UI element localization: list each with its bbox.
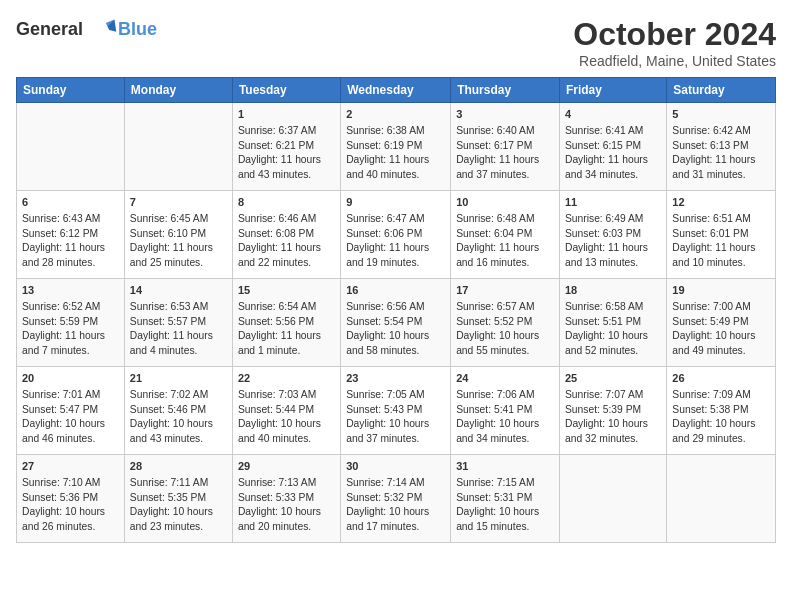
col-header-monday: Monday <box>124 78 232 103</box>
calendar-cell: 6Sunrise: 6:43 AMSunset: 6:12 PMDaylight… <box>17 191 125 279</box>
logo-bird-icon <box>90 16 118 44</box>
day-number: 31 <box>456 459 554 474</box>
day-info: Daylight: 10 hours and 17 minutes. <box>346 505 445 534</box>
day-info: Sunrise: 6:52 AM <box>22 300 119 314</box>
day-info: Daylight: 10 hours and 34 minutes. <box>456 417 554 446</box>
calendar-cell: 10Sunrise: 6:48 AMSunset: 6:04 PMDayligh… <box>451 191 560 279</box>
col-header-thursday: Thursday <box>451 78 560 103</box>
day-number: 14 <box>130 283 227 298</box>
calendar-cell <box>124 103 232 191</box>
calendar-cell: 27Sunrise: 7:10 AMSunset: 5:36 PMDayligh… <box>17 455 125 543</box>
day-number: 3 <box>456 107 554 122</box>
day-number: 4 <box>565 107 661 122</box>
day-number: 18 <box>565 283 661 298</box>
calendar-cell: 15Sunrise: 6:54 AMSunset: 5:56 PMDayligh… <box>232 279 340 367</box>
calendar-cell: 16Sunrise: 6:56 AMSunset: 5:54 PMDayligh… <box>341 279 451 367</box>
day-info: Sunset: 6:10 PM <box>130 227 227 241</box>
calendar-cell: 3Sunrise: 6:40 AMSunset: 6:17 PMDaylight… <box>451 103 560 191</box>
day-info: Sunset: 5:33 PM <box>238 491 335 505</box>
calendar-header-row: SundayMondayTuesdayWednesdayThursdayFrid… <box>17 78 776 103</box>
day-info: Sunset: 5:52 PM <box>456 315 554 329</box>
day-info: Sunrise: 6:58 AM <box>565 300 661 314</box>
day-number: 27 <box>22 459 119 474</box>
calendar-week-2: 6Sunrise: 6:43 AMSunset: 6:12 PMDaylight… <box>17 191 776 279</box>
day-info: Sunrise: 6:49 AM <box>565 212 661 226</box>
calendar-week-3: 13Sunrise: 6:52 AMSunset: 5:59 PMDayligh… <box>17 279 776 367</box>
calendar-cell: 18Sunrise: 6:58 AMSunset: 5:51 PMDayligh… <box>559 279 666 367</box>
day-info: Daylight: 10 hours and 29 minutes. <box>672 417 770 446</box>
day-info: Daylight: 11 hours and 22 minutes. <box>238 241 335 270</box>
day-info: Sunrise: 6:48 AM <box>456 212 554 226</box>
day-number: 7 <box>130 195 227 210</box>
day-info: Sunrise: 7:02 AM <box>130 388 227 402</box>
day-info: Sunset: 5:31 PM <box>456 491 554 505</box>
day-info: Sunrise: 6:53 AM <box>130 300 227 314</box>
calendar-cell <box>17 103 125 191</box>
calendar-cell: 7Sunrise: 6:45 AMSunset: 6:10 PMDaylight… <box>124 191 232 279</box>
day-info: Sunset: 5:44 PM <box>238 403 335 417</box>
day-number: 19 <box>672 283 770 298</box>
day-info: Daylight: 10 hours and 46 minutes. <box>22 417 119 446</box>
day-info: Sunset: 5:46 PM <box>130 403 227 417</box>
day-number: 2 <box>346 107 445 122</box>
logo-text-blue: Blue <box>118 19 157 40</box>
day-info: Sunrise: 6:51 AM <box>672 212 770 226</box>
day-info: Sunset: 5:47 PM <box>22 403 119 417</box>
day-info: Daylight: 10 hours and 49 minutes. <box>672 329 770 358</box>
day-number: 16 <box>346 283 445 298</box>
day-info: Daylight: 10 hours and 26 minutes. <box>22 505 119 534</box>
day-info: Daylight: 10 hours and 43 minutes. <box>130 417 227 446</box>
day-info: Sunset: 5:51 PM <box>565 315 661 329</box>
day-number: 8 <box>238 195 335 210</box>
day-info: Daylight: 10 hours and 40 minutes. <box>238 417 335 446</box>
day-info: Sunrise: 6:45 AM <box>130 212 227 226</box>
day-number: 20 <box>22 371 119 386</box>
day-info: Daylight: 11 hours and 16 minutes. <box>456 241 554 270</box>
calendar-cell: 25Sunrise: 7:07 AMSunset: 5:39 PMDayligh… <box>559 367 666 455</box>
day-info: Daylight: 10 hours and 58 minutes. <box>346 329 445 358</box>
day-info: Sunrise: 7:01 AM <box>22 388 119 402</box>
day-number: 6 <box>22 195 119 210</box>
day-info: Daylight: 11 hours and 7 minutes. <box>22 329 119 358</box>
calendar-body: 1Sunrise: 6:37 AMSunset: 6:21 PMDaylight… <box>17 103 776 543</box>
day-info: Daylight: 11 hours and 34 minutes. <box>565 153 661 182</box>
calendar-cell: 24Sunrise: 7:06 AMSunset: 5:41 PMDayligh… <box>451 367 560 455</box>
col-header-wednesday: Wednesday <box>341 78 451 103</box>
day-info: Sunset: 5:36 PM <box>22 491 119 505</box>
day-info: Sunrise: 7:10 AM <box>22 476 119 490</box>
day-info: Sunrise: 6:54 AM <box>238 300 335 314</box>
day-info: Sunset: 5:43 PM <box>346 403 445 417</box>
calendar-cell: 5Sunrise: 6:42 AMSunset: 6:13 PMDaylight… <box>667 103 776 191</box>
col-header-tuesday: Tuesday <box>232 78 340 103</box>
day-info: Daylight: 10 hours and 52 minutes. <box>565 329 661 358</box>
day-info: Sunrise: 6:46 AM <box>238 212 335 226</box>
day-number: 30 <box>346 459 445 474</box>
day-info: Daylight: 11 hours and 40 minutes. <box>346 153 445 182</box>
day-info: Sunset: 5:35 PM <box>130 491 227 505</box>
day-info: Sunset: 5:56 PM <box>238 315 335 329</box>
calendar-cell: 12Sunrise: 6:51 AMSunset: 6:01 PMDayligh… <box>667 191 776 279</box>
calendar-cell: 31Sunrise: 7:15 AMSunset: 5:31 PMDayligh… <box>451 455 560 543</box>
calendar-cell <box>559 455 666 543</box>
day-number: 13 <box>22 283 119 298</box>
day-info: Sunrise: 6:57 AM <box>456 300 554 314</box>
calendar-cell: 2Sunrise: 6:38 AMSunset: 6:19 PMDaylight… <box>341 103 451 191</box>
calendar-cell: 17Sunrise: 6:57 AMSunset: 5:52 PMDayligh… <box>451 279 560 367</box>
day-info: Daylight: 11 hours and 10 minutes. <box>672 241 770 270</box>
col-header-saturday: Saturday <box>667 78 776 103</box>
calendar-cell: 4Sunrise: 6:41 AMSunset: 6:15 PMDaylight… <box>559 103 666 191</box>
day-number: 9 <box>346 195 445 210</box>
month-title: October 2024 <box>573 16 776 53</box>
logo-text-general: General <box>16 19 83 39</box>
day-info: Sunset: 5:41 PM <box>456 403 554 417</box>
location-text: Readfield, Maine, United States <box>573 53 776 69</box>
calendar-cell: 19Sunrise: 7:00 AMSunset: 5:49 PMDayligh… <box>667 279 776 367</box>
calendar-cell: 8Sunrise: 6:46 AMSunset: 6:08 PMDaylight… <box>232 191 340 279</box>
title-block: October 2024 Readfield, Maine, United St… <box>573 16 776 69</box>
day-info: Daylight: 11 hours and 4 minutes. <box>130 329 227 358</box>
day-number: 22 <box>238 371 335 386</box>
day-info: Sunrise: 7:07 AM <box>565 388 661 402</box>
day-info: Sunrise: 6:43 AM <box>22 212 119 226</box>
day-info: Sunset: 6:04 PM <box>456 227 554 241</box>
day-number: 23 <box>346 371 445 386</box>
